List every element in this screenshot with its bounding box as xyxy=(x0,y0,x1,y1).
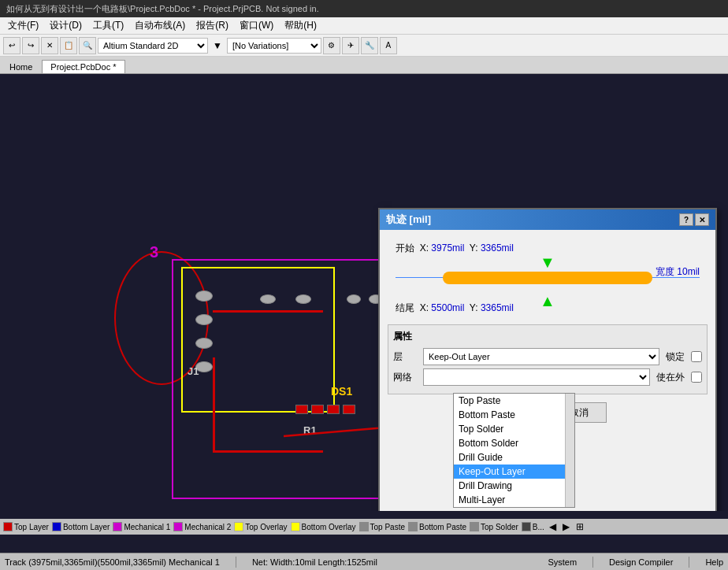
menu-report[interactable]: 报告(R) xyxy=(191,17,233,34)
title-text: 如何从无到有设计出一个电路板\Project.PcbDoc * - Projec… xyxy=(6,3,319,15)
toolbar-btn-6[interactable]: ⚙ xyxy=(323,37,340,54)
track-dialog: 轨迹 [mil] ? ✕ 开始 X: 3975mil Y: 3365mil 宽度… xyxy=(378,208,717,511)
bottomoverlay-color xyxy=(291,522,300,531)
dd-item-bottom-solder[interactable]: Bottom Solder xyxy=(454,436,574,450)
b-color xyxy=(522,522,531,531)
menu-bar: 文件(F) 设计(D) 工具(T) 自动布线(A) 报告(R) 窗口(W) 帮助… xyxy=(0,17,728,35)
toolbar-btn-7[interactable]: ✈ xyxy=(342,37,359,54)
dialog-help-btn[interactable]: ? xyxy=(679,213,693,226)
toolbar: ↩ ↪ ✕ 📋 🔍 Altium Standard 2D ▼ [No Varia… xyxy=(0,35,728,57)
lock-label: 锁定 xyxy=(666,350,685,364)
layer-item-b[interactable]: B... xyxy=(522,522,544,531)
layer-item-bottompaste[interactable]: Bottom Paste xyxy=(408,522,466,531)
top-layer-color xyxy=(3,522,13,531)
bottom-layer-label: Bottom Layer xyxy=(63,523,110,531)
topoverlay-label: Top Overlay xyxy=(245,523,287,531)
dialog-title: 轨迹 [mil] ? ✕ xyxy=(380,209,715,230)
toolbar-btn-4[interactable]: 📋 xyxy=(60,37,77,54)
layer-select[interactable]: Keep-Out Layer xyxy=(423,348,659,365)
menu-help[interactable]: 帮助(H) xyxy=(280,17,321,34)
status-divider-1 xyxy=(236,557,236,568)
net-row: 网络 使在外 xyxy=(393,368,702,386)
b-label: B... xyxy=(533,523,544,531)
dialog-close-btn[interactable]: ✕ xyxy=(695,213,709,226)
menu-autoroute[interactable]: 自动布线(A) xyxy=(130,17,190,34)
layer-bar: Top Layer Bottom Layer Mechanical 1 Mech… xyxy=(0,519,728,535)
status-divider-3 xyxy=(689,557,689,568)
track-preview: 开始 X: 3975mil Y: 3365mil 宽度 10mil ▼ ▲ xyxy=(388,238,708,316)
net-select[interactable] xyxy=(423,368,650,386)
layer-item-mech2[interactable]: Mechanical 2 xyxy=(173,522,231,531)
bottom-layer-color xyxy=(52,522,61,531)
properties-section: 属性 层 Keep-Out Layer 锁定 网络 使在外 xyxy=(388,324,708,394)
outside-checkbox[interactable] xyxy=(691,372,702,383)
tab-home[interactable]: Home xyxy=(3,61,39,73)
toolbar-btn-8[interactable]: 🔧 xyxy=(361,37,378,54)
green-arrow-down-icon: ▼ xyxy=(540,254,555,272)
mech2-color xyxy=(173,522,183,531)
topsolder-color xyxy=(470,522,479,531)
menu-window[interactable]: 窗口(W) xyxy=(235,17,278,34)
mech2-label: Mechanical 2 xyxy=(184,523,231,531)
layer-item-bottomlayer[interactable]: Bottom Layer xyxy=(52,522,110,531)
green-arrow-up-icon: ▲ xyxy=(540,292,555,310)
toolbar-btn-1[interactable]: ↩ xyxy=(3,37,20,54)
system-label[interactable]: System xyxy=(548,557,577,567)
track-info-text: Track (3975mil,3365mil)(5500mil,3365mil)… xyxy=(5,557,220,567)
lock-checkbox[interactable] xyxy=(691,351,702,362)
dd-item-top-paste[interactable]: Top Paste xyxy=(454,394,574,408)
variation-select[interactable]: [No Variations] xyxy=(227,38,321,54)
dialog-title-text: 轨迹 [mil] xyxy=(386,213,431,227)
dd-item-drill-guide[interactable]: Drill Guide xyxy=(454,450,574,465)
toolbar-btn-3[interactable]: ✕ xyxy=(41,37,58,54)
design-compiler-label[interactable]: Design Compiler xyxy=(609,557,673,567)
net-info-text: Net: Width:10mil Length:1525mil xyxy=(252,557,377,567)
layer-scroll-left[interactable]: ◀ xyxy=(548,521,558,532)
status-bar: Track (3975mil,3365mil)(5500mil,3365mil)… xyxy=(0,553,728,570)
net-label: 网络 xyxy=(393,371,417,384)
dropdown-scrollbar[interactable] xyxy=(565,394,574,507)
layer-item-bottomoverlay[interactable]: Bottom Overlay xyxy=(291,522,356,531)
view-select[interactable]: Altium Standard 2D xyxy=(98,38,208,54)
layer-row: 层 Keep-Out Layer 锁定 xyxy=(393,348,702,365)
layer-expand[interactable]: ⊞ xyxy=(574,521,585,532)
pcb-canvas: 3 J1 DS1 R1 4 助焊模板 扩展大小 助焊模板 xyxy=(0,74,728,511)
toolbar-btn-9[interactable]: A xyxy=(380,37,397,54)
layer-item-mech1[interactable]: Mechanical 1 xyxy=(113,522,170,531)
menu-file[interactable]: 文件(F) xyxy=(3,17,43,34)
toolbar-btn-5[interactable]: 🔍 xyxy=(79,37,96,54)
title-bar: 如何从无到有设计出一个电路板\Project.PcbDoc * - Projec… xyxy=(0,0,728,17)
bottomoverlay-label: Bottom Overlay xyxy=(302,523,356,531)
top-layer-label: Top Layer xyxy=(14,523,49,531)
dd-item-keepout[interactable]: Keep-Out Layer xyxy=(454,465,574,479)
props-title: 属性 xyxy=(393,330,702,343)
dd-item-multi-layer[interactable]: Multi-Layer xyxy=(454,493,574,507)
status-track-info: Track (3975mil,3365mil)(5500mil,3365mil)… xyxy=(5,557,220,567)
layer-item-toplayer[interactable]: Top Layer xyxy=(3,522,49,531)
layer-item-toppaste[interactable]: Top Paste xyxy=(359,522,405,531)
layer-dropdown: Top Paste Bottom Paste Top Solder Bottom… xyxy=(453,393,575,508)
mech1-color xyxy=(113,522,122,531)
toolbar-btn-2[interactable]: ↪ xyxy=(22,37,39,54)
dd-item-drill-drawing[interactable]: Drill Drawing xyxy=(454,479,574,493)
bottompaste-label: Bottom Paste xyxy=(419,523,466,531)
topsolder-label: Top Solder xyxy=(481,523,518,531)
status-divider-2 xyxy=(592,557,593,568)
layer-item-topsolder[interactable]: Top Solder xyxy=(470,522,518,531)
menu-design[interactable]: 设计(D) xyxy=(45,17,87,34)
dialog-title-buttons: ? ✕ xyxy=(679,213,709,226)
toppaste-label: Top Paste xyxy=(370,523,405,531)
help-label[interactable]: Help xyxy=(705,557,723,567)
bottompaste-color xyxy=(408,522,418,531)
layer-item-topoverlay[interactable]: Top Overlay xyxy=(234,522,287,531)
start-label: 开始 X: 3975mil Y: 3365mil xyxy=(396,242,514,255)
tab-project[interactable]: Project.PcbDoc * xyxy=(42,60,124,73)
dd-item-top-solder[interactable]: Top Solder xyxy=(454,422,574,436)
dd-item-bottom-paste[interactable]: Bottom Paste xyxy=(454,408,574,422)
outside-label: 使在外 xyxy=(656,371,685,384)
menu-tools[interactable]: 工具(T) xyxy=(88,17,128,34)
topoverlay-color xyxy=(234,522,243,531)
track-preview-shape xyxy=(443,272,652,284)
layer-scroll-right[interactable]: ▶ xyxy=(561,521,571,532)
tab-bar: Home Project.PcbDoc * xyxy=(0,57,728,74)
